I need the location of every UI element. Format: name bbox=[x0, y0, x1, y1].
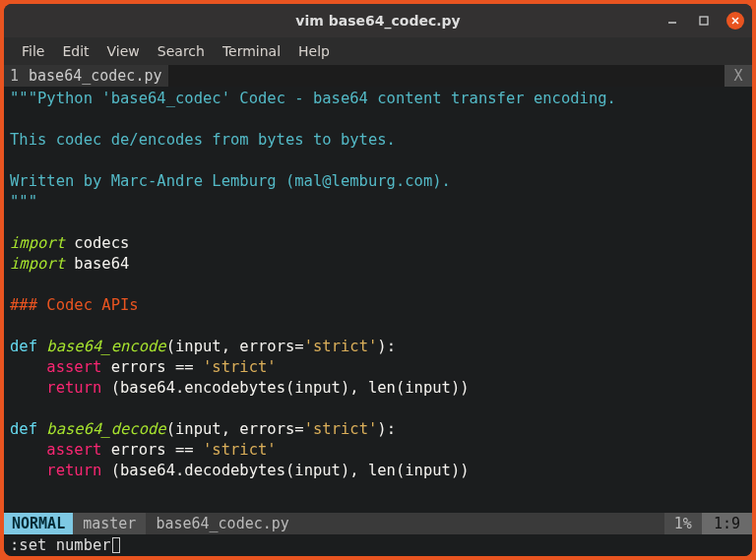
menu-terminal[interactable]: Terminal bbox=[215, 43, 288, 59]
return-expr: (base64.encodebytes(input), len(input)) bbox=[101, 379, 469, 397]
kw-def: def bbox=[10, 420, 37, 438]
maximize-button[interactable] bbox=[695, 12, 713, 30]
minimize-button[interactable] bbox=[663, 12, 681, 30]
tab-close-button[interactable]: X bbox=[724, 65, 752, 87]
cursor-icon bbox=[112, 537, 120, 553]
status-filename: base64_codec.py bbox=[146, 515, 298, 532]
menubar: File Edit View Search Terminal Help bbox=[4, 37, 752, 65]
status-position: 1:9 bbox=[702, 513, 752, 534]
string: 'strict' bbox=[203, 441, 277, 459]
terminal-window: vim base64_codec.py File Edit View Searc… bbox=[4, 4, 752, 556]
comment: ### Codec APIs bbox=[10, 296, 139, 314]
expr: errors == bbox=[101, 358, 203, 376]
menu-view[interactable]: View bbox=[99, 43, 148, 59]
docstring-line: This codec de/encodes from bytes to byte… bbox=[10, 131, 396, 149]
args: (input, errors= bbox=[166, 338, 304, 355]
menu-file[interactable]: File bbox=[14, 43, 52, 59]
kw-assert: assert bbox=[46, 358, 101, 376]
args-close: ): bbox=[377, 420, 396, 438]
status-percent: 1% bbox=[664, 513, 702, 534]
titlebar: vim base64_codec.py bbox=[4, 4, 752, 37]
window-title: vim base64_codec.py bbox=[4, 13, 752, 29]
args-close: ): bbox=[377, 338, 396, 355]
string: 'strict' bbox=[304, 338, 378, 355]
docstring-line: Python 'base64_codec' Codec - base64 con… bbox=[37, 90, 616, 107]
docstring-line: Written by Marc-Andre Lemburg (mal@lembu… bbox=[10, 172, 451, 190]
kw-import: import bbox=[10, 255, 65, 273]
menu-search[interactable]: Search bbox=[150, 43, 213, 59]
tab-bar: 1 base64_codec.py X bbox=[4, 65, 752, 87]
module-codecs: codecs bbox=[74, 234, 129, 252]
status-branch: master bbox=[73, 513, 146, 534]
statusline: NORMAL master base64_codec.py 1% 1:9 bbox=[4, 513, 752, 534]
svg-rect-1 bbox=[700, 17, 708, 25]
menu-help[interactable]: Help bbox=[290, 43, 338, 59]
return-expr: (base64.decodebytes(input), len(input)) bbox=[101, 462, 469, 479]
menu-edit[interactable]: Edit bbox=[54, 43, 96, 59]
string: 'strict' bbox=[304, 420, 378, 438]
tab-index: 1 bbox=[10, 67, 19, 85]
window-controls bbox=[663, 12, 744, 30]
tab-active[interactable]: 1 base64_codec.py bbox=[4, 65, 168, 87]
module-base64: base64 bbox=[74, 255, 129, 273]
command-text: :set number bbox=[10, 536, 111, 554]
kw-assert: assert bbox=[46, 441, 101, 459]
docstring-open: """ bbox=[10, 90, 37, 107]
docstring-close: """ bbox=[10, 193, 37, 211]
kw-import: import bbox=[10, 234, 65, 252]
status-mode: NORMAL bbox=[4, 513, 73, 534]
kw-def: def bbox=[10, 338, 37, 355]
fn-encode: base64_encode bbox=[46, 338, 165, 355]
close-button[interactable] bbox=[726, 12, 744, 30]
command-line[interactable]: :set number bbox=[4, 534, 752, 556]
args: (input, errors= bbox=[166, 420, 304, 438]
tab-filename: base64_codec.py bbox=[29, 67, 161, 85]
editor-viewport[interactable]: """Python 'base64_codec' Codec - base64 … bbox=[4, 87, 752, 513]
expr: errors == bbox=[101, 441, 203, 459]
kw-return: return bbox=[46, 379, 101, 397]
fn-decode: base64_decode bbox=[46, 420, 165, 438]
kw-return: return bbox=[46, 462, 101, 479]
string: 'strict' bbox=[203, 358, 277, 376]
